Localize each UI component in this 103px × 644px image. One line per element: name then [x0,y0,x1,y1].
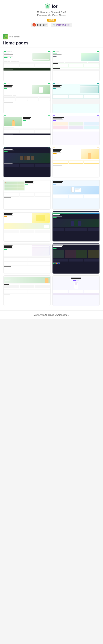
logo-icon [44,3,50,9]
page-preview-14 [52,244,100,274]
page-preview-16 [52,276,100,306]
page-card-8[interactable] [52,147,100,178]
elementor-badge: e elementor [31,22,48,27]
page-preview-13 [4,244,50,274]
page-card-12[interactable] [52,211,100,242]
pages-grid-section [0,48,103,310]
svg-rect-5 [5,37,7,38]
page-card-15[interactable] [3,276,51,306]
elementor-label: elementor [37,24,46,26]
woocommerce-badge: 🛒 WooCommerce [51,23,72,27]
page-header: iori Multi-purpose Startup & SaaS Elemen… [0,0,103,31]
pixel-label: Pixel perfect [9,36,20,38]
page-card-5[interactable] [3,115,51,146]
section-heading: Home pages [3,40,100,46]
page-preview-9 [4,179,50,210]
svg-rect-3 [5,35,7,37]
page-preview-4 [52,83,100,113]
pages-grid [2,49,101,308]
page-preview-10 [52,179,100,210]
logo-area: iori [3,3,100,9]
svg-rect-4 [4,37,5,38]
page-preview-2 [52,51,100,81]
page-preview-6 [52,115,100,145]
woo-icon: 🛒 [52,24,55,26]
page-card-10[interactable] [52,179,100,210]
page-card-2[interactable] [52,51,100,81]
page-preview-11 [4,212,50,242]
badge-row: e elementor 🛒 WooCommerce [3,22,100,27]
page-card-4[interactable] [52,83,100,113]
page-card-3[interactable] [3,83,51,113]
page-card-16[interactable] [52,276,100,306]
page-card-6[interactable] [52,115,100,146]
tagline: Multi-purpose Startup & SaaS Elementor W… [3,11,100,17]
page-preview-15 [4,276,50,306]
radar-badge: RADAR [47,19,56,22]
page-preview-7 [4,147,50,177]
elementor-logo-icon: e [32,23,36,26]
logo-name: iori [52,4,58,9]
page-card-1[interactable] [3,51,51,81]
page-preview-1 [4,51,50,81]
page-wrapper: iori Multi-purpose Startup & SaaS Elemen… [0,0,103,319]
page-card-7[interactable] [3,147,51,178]
page-card-9[interactable] [3,179,51,210]
pixel-perfect-icon [3,34,8,40]
svg-rect-2 [4,35,5,37]
page-card-13[interactable] [3,243,51,274]
page-card-14[interactable] [52,243,100,274]
page-preview-3 [4,83,50,113]
page-card-11[interactable] [3,211,51,242]
footer-note: More layouts will be update soon... [0,310,103,319]
woo-label: WooCommerce [56,24,70,26]
page-preview-12 [52,212,100,242]
pixel-badge: Pixel perfect [3,34,100,40]
page-preview-8 [52,147,100,177]
section-title-area: Pixel perfect Home pages [0,31,103,48]
page-preview-5 [4,115,50,145]
